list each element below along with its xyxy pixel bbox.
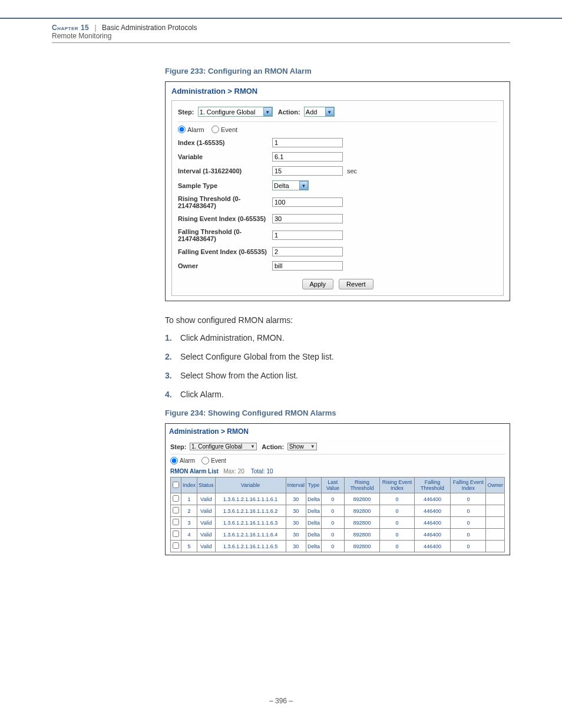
chevron-down-icon[interactable]: ▼ bbox=[263, 107, 272, 116]
radio-event[interactable] bbox=[201, 457, 209, 465]
col-revent: Rising Event Index bbox=[380, 477, 415, 493]
revert-button[interactable]: Revert bbox=[339, 279, 373, 289]
index-field[interactable] bbox=[272, 138, 343, 147]
cell-type: Delta bbox=[306, 493, 322, 505]
cell-rei: 0 bbox=[380, 529, 415, 541]
list-title: RMON Alarm List bbox=[170, 468, 219, 475]
radio-alarm-label: Alarm bbox=[180, 457, 195, 464]
list-total: Total: 10 bbox=[251, 468, 273, 475]
cell-variable: 1.3.6.1.2.1.16.1.1.1.6.5 bbox=[215, 541, 286, 552]
cell-interval: 30 bbox=[286, 493, 306, 505]
figure-234-caption: Figure 234: Showing Configured RMON Alar… bbox=[165, 409, 510, 417]
table-row: 1Valid1.3.6.1.2.1.16.1.1.1.6.130Delta089… bbox=[171, 493, 505, 505]
cell-status: Valid bbox=[197, 505, 216, 517]
page-number: – 396 – bbox=[0, 697, 562, 705]
cell-fei: 0 bbox=[451, 517, 486, 529]
cell-owner bbox=[486, 505, 505, 517]
interval-field[interactable] bbox=[272, 166, 343, 176]
cell-rei: 0 bbox=[380, 493, 415, 505]
action-label: Action: bbox=[278, 108, 300, 116]
cell-type: Delta bbox=[306, 541, 322, 552]
cell-interval: 30 bbox=[286, 541, 306, 552]
cell-last: 0 bbox=[322, 493, 345, 505]
step-number: 1. bbox=[165, 333, 180, 342]
index-label: Index (1-65535) bbox=[178, 139, 272, 146]
row-checkbox[interactable] bbox=[173, 495, 179, 502]
step-3-text: Select Show from the Action list. bbox=[180, 371, 298, 380]
radio-alarm[interactable] bbox=[178, 126, 186, 133]
chevron-down-icon[interactable]: ▼ bbox=[309, 444, 316, 449]
fevent-field[interactable] bbox=[272, 247, 343, 256]
cell-owner bbox=[486, 517, 505, 529]
row-checkbox[interactable] bbox=[173, 507, 179, 513]
radio-event-label: Event bbox=[221, 126, 237, 133]
cell-fei: 0 bbox=[451, 541, 486, 552]
sample-label: Sample Type bbox=[178, 182, 272, 189]
revent-field[interactable] bbox=[272, 214, 343, 223]
cell-variable: 1.3.6.1.2.1.16.1.1.1.6.3 bbox=[215, 517, 286, 529]
owner-label: Owner bbox=[178, 262, 272, 269]
instructions-intro: To show configured RMON alarms: bbox=[165, 315, 510, 325]
rthresh-label: Rising Threshold (0-2147483647) bbox=[178, 195, 272, 209]
chevron-down-icon[interactable]: ▼ bbox=[299, 181, 308, 190]
col-lastvalue: Last Value bbox=[322, 477, 345, 493]
col-owner: Owner bbox=[486, 477, 505, 493]
owner-field[interactable] bbox=[272, 261, 343, 271]
cell-rth: 892800 bbox=[344, 541, 380, 552]
row-checkbox[interactable] bbox=[173, 519, 179, 525]
action-label: Action: bbox=[262, 443, 284, 450]
select-all-checkbox[interactable] bbox=[173, 482, 179, 488]
radio-event-label: Event bbox=[211, 457, 226, 464]
radio-event[interactable] bbox=[211, 126, 219, 133]
cell-status: Valid bbox=[197, 541, 216, 552]
radio-alarm[interactable] bbox=[170, 457, 178, 465]
figure-234-box: Administration > RMON Step: ▼ Action: ▼ bbox=[165, 423, 510, 555]
cell-owner bbox=[486, 541, 505, 552]
variable-field[interactable] bbox=[272, 152, 343, 162]
sample-select[interactable] bbox=[273, 182, 299, 190]
cell-index: 1 bbox=[181, 493, 197, 505]
action-select[interactable] bbox=[305, 108, 325, 116]
chevron-down-icon[interactable]: ▼ bbox=[249, 444, 256, 449]
cell-rei: 0 bbox=[380, 505, 415, 517]
cell-last: 0 bbox=[322, 541, 345, 552]
cell-index: 4 bbox=[181, 529, 197, 541]
page-subtitle: Remote Monitoring bbox=[52, 32, 510, 40]
rthresh-field[interactable] bbox=[272, 197, 343, 207]
fthresh-field[interactable] bbox=[272, 230, 343, 240]
col-type: Type bbox=[306, 477, 322, 493]
cell-fei: 0 bbox=[451, 529, 486, 541]
step-number: 3. bbox=[165, 371, 180, 380]
apply-button[interactable]: Apply bbox=[302, 279, 334, 289]
cell-index: 3 bbox=[181, 517, 197, 529]
figure-233-box: Administration > RMON Step: ▼ Action: ▼ bbox=[165, 81, 510, 301]
chevron-down-icon[interactable]: ▼ bbox=[325, 107, 334, 116]
action-select[interactable] bbox=[288, 443, 309, 450]
separator: | bbox=[95, 24, 97, 32]
cell-rth: 892800 bbox=[344, 517, 380, 529]
cell-status: Valid bbox=[197, 517, 216, 529]
row-checkbox[interactable] bbox=[173, 542, 179, 549]
interval-unit: sec bbox=[347, 167, 357, 174]
radio-alarm-label: Alarm bbox=[187, 126, 204, 133]
cell-rei: 0 bbox=[380, 517, 415, 529]
cell-index: 2 bbox=[181, 505, 197, 517]
cell-fei: 0 bbox=[451, 493, 486, 505]
step-1-text: Click Administration, RMON. bbox=[180, 333, 285, 342]
cell-fth: 446400 bbox=[414, 505, 451, 517]
step-select[interactable] bbox=[190, 443, 249, 450]
cell-last: 0 bbox=[322, 517, 345, 529]
interval-label: Interval (1-31622400) bbox=[178, 167, 272, 174]
breadcrumb: Administration > RMON bbox=[171, 87, 504, 95]
row-checkbox[interactable] bbox=[173, 531, 179, 537]
cell-type: Delta bbox=[306, 517, 322, 529]
chapter-label: Chapter 15 bbox=[52, 24, 89, 32]
table-row: 4Valid1.3.6.1.2.1.16.1.1.1.6.430Delta089… bbox=[171, 529, 505, 541]
step-select[interactable] bbox=[199, 108, 263, 116]
col-fevent: Falling Event Index bbox=[451, 477, 486, 493]
cell-fth: 446400 bbox=[414, 541, 451, 552]
alarm-table: Index Status Variable Interval Type Last… bbox=[170, 477, 505, 552]
section-title: Basic Administration Protocols bbox=[102, 24, 197, 32]
cell-interval: 30 bbox=[286, 517, 306, 529]
figure-233-caption: Figure 233: Configuring an RMON Alarm bbox=[165, 67, 510, 75]
